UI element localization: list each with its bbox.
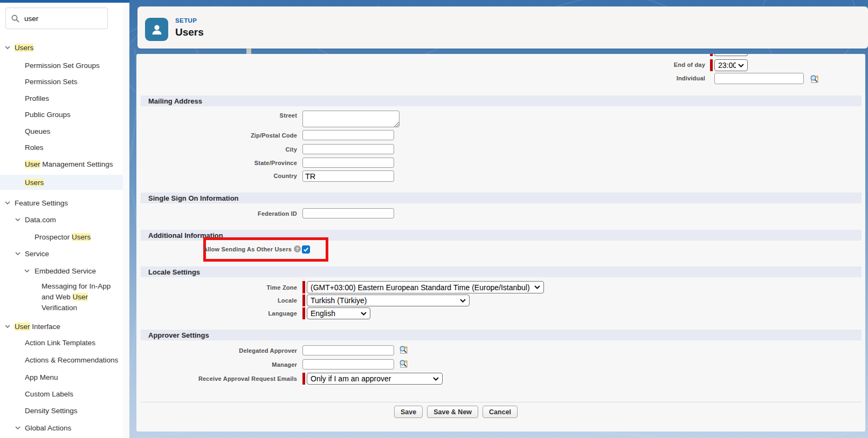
delegated-approver-input[interactable] <box>302 345 394 355</box>
delegated-approver-label: Delegated Approver <box>141 347 297 354</box>
chevron-down-icon[interactable] <box>24 268 30 274</box>
section-mailing-address: Mailing Address <box>141 95 862 106</box>
sidebar-item-permission-sets[interactable]: Permission Sets <box>0 74 123 88</box>
time-zone-select[interactable]: (GMT+03:00) Eastern European Standard Ti… <box>307 281 544 293</box>
nav-label: Permission Set Groups <box>25 61 100 70</box>
sidebar-item-user-management-settings[interactable]: User Management Settings <box>0 157 123 171</box>
nav-label: User Interface <box>15 323 60 331</box>
setup-eyebrow-label: SETUP <box>175 17 197 24</box>
manager-input[interactable] <box>302 359 394 369</box>
sidebar-item-public-groups[interactable]: Public Groups <box>0 107 123 121</box>
chevron-down-icon[interactable] <box>15 425 21 431</box>
nav-label: Embedded Service <box>35 267 96 275</box>
nav-label: Users <box>15 44 33 52</box>
sidebar-item-user-interface[interactable]: User Interface <box>0 319 123 333</box>
chevron-down-icon <box>534 285 540 289</box>
chevron-down-icon[interactable] <box>15 250 21 257</box>
chevron-down-icon[interactable] <box>4 200 11 206</box>
sidebar-item-action-link-templates[interactable]: Action Link Templates <box>0 336 123 350</box>
nav-label: Data.com <box>25 216 56 224</box>
sidebar-item-service[interactable]: Service <box>0 247 123 261</box>
search-match-highlight: User <box>15 323 30 331</box>
country-input[interactable] <box>302 170 394 182</box>
nav-label: Queues <box>25 127 50 135</box>
language-select[interactable]: English <box>307 307 370 319</box>
nav-label: Density Settings <box>25 407 78 415</box>
locale-select[interactable]: Turkish (Türkiye) <box>307 295 470 306</box>
zip-label: Zip/Postal Code <box>141 132 297 139</box>
sidebar-item-permission-set-groups[interactable]: Permission Set Groups <box>0 58 123 72</box>
cancel-button[interactable]: Cancel <box>483 406 518 418</box>
required-bar <box>302 281 305 293</box>
sidebar-item-custom-labels[interactable]: Custom Labels <box>0 387 123 401</box>
nav-label-text: Roles <box>25 143 44 152</box>
chevron-down-icon <box>738 64 744 67</box>
language-value: English <box>311 309 359 318</box>
chevron-down-icon[interactable] <box>15 216 21 223</box>
required-bar <box>302 373 305 385</box>
sidebar-item-profiles[interactable]: Profiles <box>0 91 123 105</box>
save-button[interactable]: Save <box>394 406 423 418</box>
chevron-down-icon[interactable] <box>4 323 11 330</box>
required-bar <box>302 295 305 306</box>
nav-label: Custom Labels <box>25 390 73 398</box>
section-locale-settings: Locale Settings <box>141 266 862 277</box>
form-button-row: Save Save & New Cancel <box>394 406 518 418</box>
sidebar-item-embedded-service[interactable]: Embedded Service <box>0 264 123 278</box>
sidebar-item-users[interactable]: Users <box>0 40 123 54</box>
end-of-day-select[interactable]: 23:00 <box>714 59 748 71</box>
individual-input[interactable] <box>714 73 804 84</box>
section-approver-settings: Approver Settings <box>141 330 862 340</box>
sidebar-item-prospector[interactable]: Prospector Users <box>0 230 123 244</box>
sidebar-item-data-com[interactable]: Data.com <box>0 213 123 227</box>
street-textarea[interactable] <box>302 111 399 127</box>
manager-label: Manager <box>141 361 297 368</box>
nav-label-text: Custom Labels <box>25 390 73 398</box>
person-icon <box>150 23 164 37</box>
start-of-day-select-partial[interactable] <box>714 54 748 56</box>
chevron-down-icon <box>433 377 439 381</box>
sidebar-item-queues[interactable]: Queues <box>0 124 123 138</box>
allow-sending-checkbox[interactable] <box>302 245 310 254</box>
nav-label-text: Messaging for In-App <box>42 282 111 290</box>
zip-input[interactable] <box>302 130 394 140</box>
setup-page-header: SETUP Users <box>137 6 868 49</box>
sidebar-item-actions-recommendations[interactable]: Actions & Recommendations <box>0 353 123 367</box>
search-match-highlight: Users <box>15 44 33 52</box>
footer-divider <box>141 402 862 402</box>
setup-search-box[interactable] <box>5 8 108 29</box>
search-match-highlight: Users <box>25 179 44 187</box>
sidebar-item-item[interactable]: Messaging for In-Appand Web UserVerifica… <box>42 281 111 313</box>
sidebar-item-global-actions[interactable]: Global Actions <box>0 421 123 435</box>
nav-label-text: Verification <box>42 304 77 312</box>
sidebar-item-density-settings[interactable]: Density Settings <box>0 403 123 418</box>
nav-label-text: Profiles <box>25 94 49 102</box>
nav-label: Actions & Recommendations <box>25 356 118 364</box>
nav-label: Service <box>25 250 49 258</box>
save-and-new-button[interactable]: Save & New <box>427 406 478 418</box>
allow-sending-label: Allow Sending As Other Users <box>158 246 292 252</box>
lookup-icon[interactable] <box>398 359 408 368</box>
chevron-down-icon[interactable] <box>4 44 11 51</box>
nav-label-line: Verification <box>42 303 111 313</box>
search-input[interactable] <box>24 15 100 23</box>
sidebar-item-feature-settings[interactable]: Feature Settings <box>0 196 123 210</box>
federation-id-input[interactable] <box>302 208 394 218</box>
receive-approval-select[interactable]: Only if I am an approver <box>307 373 443 385</box>
lookup-icon[interactable] <box>809 74 819 84</box>
state-input[interactable] <box>302 158 394 168</box>
sidebar-scrollbar-track[interactable] <box>123 3 129 438</box>
chevron-down-icon <box>460 299 466 303</box>
language-label: Language <box>141 310 297 317</box>
sidebar-item-app-menu[interactable]: App Menu <box>0 370 123 384</box>
nav-label: Global Actions <box>25 424 71 432</box>
city-input[interactable] <box>302 144 394 154</box>
sidebar-item-users[interactable]: Users <box>0 175 123 190</box>
nav-label-text: Actions & Recommendations <box>25 356 118 364</box>
sidebar-item-roles[interactable]: Roles <box>0 140 123 154</box>
checkmark-icon <box>303 247 309 252</box>
nav-label: Roles <box>25 143 44 152</box>
lookup-icon[interactable] <box>398 345 408 354</box>
help-icon[interactable]: ? <box>294 245 301 252</box>
nav-label: Action Link Templates <box>25 339 95 347</box>
